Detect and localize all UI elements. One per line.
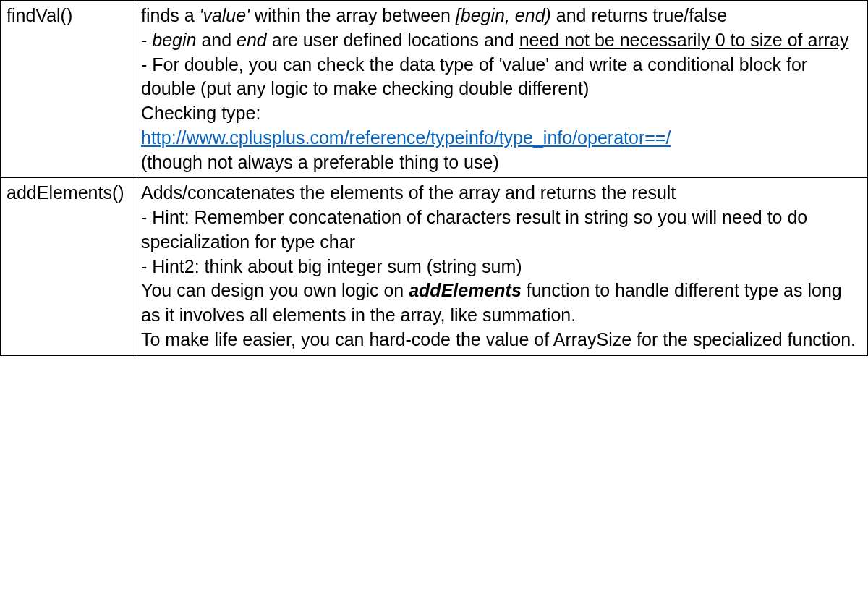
desc-line: - Hint2: think about big integer sum (st… <box>141 255 861 279</box>
text: finds a <box>141 5 200 25</box>
function-name: findVal() <box>7 5 72 25</box>
desc-line: - Hint: Remember concatenation of charac… <box>141 205 861 255</box>
text-underline: need not be necessarily 0 to size of arr… <box>519 30 849 50</box>
desc-line: finds a 'value' within the array between… <box>141 4 861 28</box>
desc-line: - begin and end are user defined locatio… <box>141 28 861 53</box>
text: and returns true/false <box>551 5 727 25</box>
text: You can design you own logic on <box>141 280 409 300</box>
desc-line: http://www.cplusplus.com/reference/typei… <box>141 126 861 151</box>
function-description-cell: finds a 'value' within the array between… <box>135 1 868 178</box>
function-name-cell: addElements() <box>1 178 135 355</box>
text-italic: 'value' <box>200 5 250 25</box>
desc-line: - For double, you can check the data typ… <box>141 53 861 102</box>
function-spec-table: findVal() finds a 'value' within the arr… <box>0 0 868 356</box>
desc-line: To make life easier, you can hard-code t… <box>141 328 861 352</box>
table-row: addElements() Adds/concatenates the elem… <box>1 178 868 355</box>
desc-line: Checking type: <box>141 101 861 126</box>
function-description-cell: Adds/concatenates the elements of the ar… <box>135 178 868 355</box>
table-row: findVal() finds a 'value' within the arr… <box>1 1 868 178</box>
text: - <box>141 30 152 50</box>
desc-line: (though not always a preferable thing to… <box>141 151 861 175</box>
desc-line: You can design you own logic on addEleme… <box>141 279 861 328</box>
typeinfo-link[interactable]: http://www.cplusplus.com/reference/typei… <box>141 127 671 148</box>
text: are user defined locations and <box>267 30 519 50</box>
text-italic: begin <box>152 30 196 50</box>
function-name: addElements() <box>7 182 124 203</box>
text-italic: end <box>237 30 267 50</box>
function-name-cell: findVal() <box>1 1 135 178</box>
desc-line: Adds/concatenates the elements of the ar… <box>141 181 861 205</box>
text-italic: [begin, end) <box>456 5 551 25</box>
text: and <box>196 30 237 50</box>
text: within the array between <box>250 5 456 25</box>
text-bold-italic: addElements <box>409 280 522 300</box>
